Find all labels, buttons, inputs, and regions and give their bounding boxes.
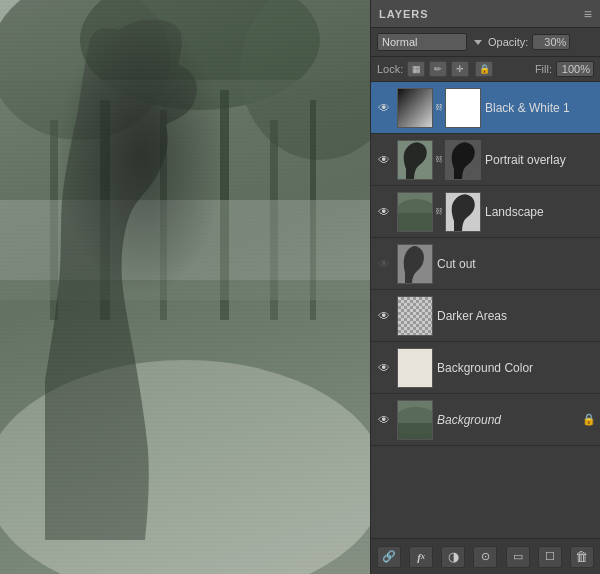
- layer-thumbnails: [397, 296, 433, 336]
- layer-thumb-mask: [445, 88, 481, 128]
- svg-rect-14: [398, 89, 433, 128]
- layer-thumb-primary: [397, 296, 433, 336]
- layer-thumbnails: [397, 400, 433, 440]
- layer-thumb-mask: [445, 140, 481, 180]
- opacity-input[interactable]: 30%: [532, 34, 570, 50]
- lock-position-button[interactable]: ✛: [451, 61, 469, 77]
- layer-thumbnails: ⛓: [397, 192, 481, 232]
- layer-thumbnails: ⛓: [397, 140, 481, 180]
- layer-name: Black & White 1: [485, 101, 596, 115]
- layer-thumb-primary: [397, 88, 433, 128]
- panel-menu-icon[interactable]: ≡: [584, 6, 592, 22]
- layer-link-icon: ⛓: [435, 140, 443, 180]
- layer-thumb-primary: [397, 244, 433, 284]
- layer-thumbnails: [397, 244, 433, 284]
- layer-item[interactable]: 👁 ⛓ Black & White 1: [371, 82, 600, 134]
- layer-item[interactable]: 👁 Darker Areas: [371, 290, 600, 342]
- fill-input[interactable]: 100%: [556, 61, 594, 77]
- adjustment-layer-button[interactable]: ⊙: [473, 546, 497, 568]
- layer-name: Darker Areas: [437, 309, 596, 323]
- layer-name: Landscape: [485, 205, 596, 219]
- layer-visibility-icon[interactable]: 👁: [375, 203, 393, 221]
- layer-thumbnails: ⛓: [397, 88, 481, 128]
- layers-list: 👁 ⛓ Black & White 1 👁: [371, 82, 600, 538]
- layer-visibility-icon[interactable]: 👁: [375, 307, 393, 325]
- layer-thumb-primary: [397, 192, 433, 232]
- layer-item[interactable]: 👁 Cut out: [371, 238, 600, 290]
- blend-mode-select[interactable]: Normal Multiply Screen Overlay: [377, 33, 467, 51]
- layer-name: Portrait overlay: [485, 153, 596, 167]
- layer-item[interactable]: 👁 Background 🔒: [371, 394, 600, 446]
- layer-name: Background: [437, 413, 580, 427]
- layer-item[interactable]: 👁 ⛓: [371, 134, 600, 186]
- layer-thumbnails: [397, 348, 433, 388]
- Cut out: Cut out: [437, 257, 596, 271]
- opacity-label: Opacity:: [488, 36, 528, 48]
- blend-mode-row: Normal Multiply Screen Overlay Opacity: …: [371, 28, 600, 57]
- link-layers-button[interactable]: 🔗: [377, 546, 401, 568]
- new-layer-button[interactable]: ☐: [538, 546, 562, 568]
- lock-all-button[interactable]: 🔒: [475, 61, 493, 77]
- layer-name: Background Color: [437, 361, 596, 375]
- layers-panel: LAYERS ≡ Normal Multiply Screen Overlay …: [370, 0, 600, 574]
- layer-visibility-icon[interactable]: 👁: [375, 255, 393, 273]
- layer-visibility-icon[interactable]: 👁: [375, 99, 393, 117]
- layer-thumb-mask: [445, 192, 481, 232]
- layer-link-icon: ⛓: [435, 192, 443, 232]
- layer-item[interactable]: 👁 Background Color: [371, 342, 600, 394]
- person-silhouette: [30, 20, 310, 560]
- layer-locked-icon: 🔒: [582, 413, 596, 426]
- layer-thumb-primary: [397, 140, 433, 180]
- new-group-button[interactable]: ▭: [506, 546, 530, 568]
- layer-item[interactable]: 👁 ⛓: [371, 186, 600, 238]
- svg-point-24: [398, 407, 433, 435]
- svg-point-19: [398, 199, 433, 223]
- main-container: LAYERS ≡ Normal Multiply Screen Overlay …: [0, 0, 600, 574]
- lock-row: Lock: ▦ ✏ ✛ 🔒 Fill: 100%: [371, 57, 600, 82]
- lock-image-button[interactable]: ✏: [429, 61, 447, 77]
- layer-thumb-primary: [397, 348, 433, 388]
- panel-title: LAYERS: [379, 8, 429, 20]
- panel-header: LAYERS ≡: [371, 0, 600, 28]
- layer-visibility-icon[interactable]: 👁: [375, 359, 393, 377]
- layer-mask-button[interactable]: ◑: [441, 546, 465, 568]
- layer-visibility-icon[interactable]: 👁: [375, 411, 393, 429]
- layer-visibility-icon[interactable]: 👁: [375, 151, 393, 169]
- fill-label: Fill:: [535, 63, 552, 75]
- delete-layer-button[interactable]: 🗑: [570, 546, 594, 568]
- photo-background: [0, 0, 370, 574]
- layer-styles-button[interactable]: fx: [409, 546, 433, 568]
- blend-chevron-icon: [474, 40, 482, 45]
- lock-label: Lock:: [377, 63, 403, 75]
- panel-footer: 🔗 fx ◑ ⊙ ▭ ☐ 🗑: [371, 538, 600, 574]
- layer-link-icon: ⛓: [435, 88, 443, 128]
- layer-thumb-primary: [397, 400, 433, 440]
- lock-transparent-button[interactable]: ▦: [407, 61, 425, 77]
